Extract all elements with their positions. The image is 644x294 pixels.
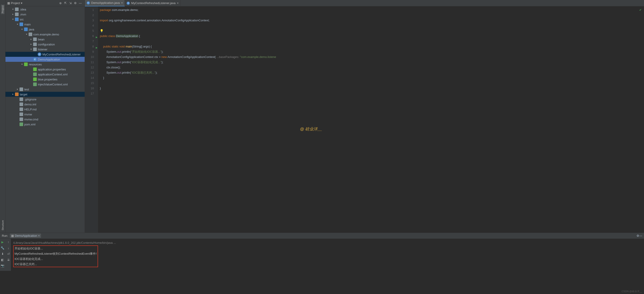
code-editor[interactable]: 12345▶67▶891011121314151617 package com.…: [85, 6, 644, 233]
tree-item[interactable]: test: [6, 87, 85, 92]
tree-item[interactable]: listener: [6, 47, 85, 52]
tree-item[interactable]: bean: [6, 37, 85, 42]
close-icon[interactable]: ×: [121, 1, 123, 5]
gear-icon[interactable]: ⚙: [74, 1, 77, 5]
tree-item[interactable]: resources: [6, 62, 85, 67]
run-header: Run: ▦ DemoApplication × ⚙ —: [0, 233, 644, 239]
tree-item[interactable]: .gitignore: [6, 97, 85, 102]
tree-item[interactable]: configuration: [6, 42, 85, 47]
wrap-icon[interactable]: ⏎: [6, 251, 11, 256]
tree-item[interactable]: main: [6, 22, 85, 27]
hide-icon[interactable]: —: [639, 234, 642, 237]
project-toolwindow-tab[interactable]: Project: [1, 5, 4, 14]
sidebar-title[interactable]: ▦ Project ▾: [7, 1, 22, 5]
down-icon[interactable]: ⬇: [0, 251, 5, 256]
scroll-icon[interactable]: ⇊: [6, 257, 11, 262]
console-output[interactable]: /Library/Java/JavaVirtualMachines/jdk1.8…: [11, 239, 644, 271]
editor-tab[interactable]: CDemoApplication.java×: [85, 0, 125, 6]
tree-item[interactable]: injectValueContext.xml: [6, 82, 85, 87]
expand-icon[interactable]: ⇱: [64, 1, 67, 5]
console-highlight-box: 开始初始化IOC容器...MyContextRefreshedListener收…: [13, 245, 98, 267]
tree-item[interactable]: src: [6, 17, 85, 22]
left-tool-strip: Project Structure: [0, 0, 6, 233]
sidebar-header: ▦ Project ▾ ⊕ ⇱ ⇲ ⚙ —: [6, 0, 85, 6]
editor-tabs: CDemoApplication.java×CMyContextRefreshe…: [85, 0, 644, 6]
watermark: @ 砖业洋__: [300, 126, 322, 132]
project-tree[interactable]: .idea.mvnsrcmainjavacom.example.demobean…: [6, 6, 85, 233]
run-config[interactable]: ▦ DemoApplication ×: [10, 233, 41, 238]
editor-area: CDemoApplication.java×CMyContextRefreshe…: [85, 0, 644, 233]
tree-item[interactable]: java: [6, 27, 85, 32]
wrench-icon[interactable]: 🔧: [0, 246, 5, 250]
close-icon[interactable]: ×: [38, 234, 40, 237]
tree-item[interactable]: blue.properties: [6, 77, 85, 82]
camera-icon[interactable]: 📷: [0, 263, 5, 268]
tree-item[interactable]: pom.xml: [6, 122, 85, 127]
locate-icon[interactable]: ⊕: [58, 1, 62, 5]
tree-item[interactable]: mvnw.cmd: [6, 117, 85, 122]
tree-item[interactable]: .mvn: [6, 12, 85, 17]
gutter[interactable]: 12345▶67▶891011121314151617: [85, 6, 98, 233]
tree-item[interactable]: target: [6, 92, 85, 97]
editor-tab[interactable]: CMyContextRefreshedListener.java×: [125, 0, 181, 6]
console-command: /Library/Java/JavaVirtualMachines/jdk1.8…: [13, 240, 642, 245]
inspection-ok-icon[interactable]: ✔: [639, 8, 642, 12]
tree-item[interactable]: .idea: [6, 7, 85, 12]
project-icon: ▦: [7, 1, 10, 5]
tree-item[interactable]: com.example.demo: [6, 32, 85, 37]
rerun-button[interactable]: ▶: [0, 240, 5, 244]
tree-item[interactable]: application.properties: [6, 67, 85, 72]
up-icon[interactable]: ↑: [6, 240, 11, 244]
tree-item[interactable]: CDemoApplication: [6, 57, 85, 62]
watermark-footer: CSDN @砖业洋__: [622, 290, 642, 293]
run-panel: Run: ▦ DemoApplication × ⚙ — ▶ 🔧 ⬇ ◧ 📷 ↑…: [0, 233, 644, 271]
tree-item[interactable]: CMyContextRefreshedListener: [6, 52, 85, 57]
code-content[interactable]: package com.example.demo;import org.spri…: [98, 6, 644, 233]
tree-item[interactable]: mvnw: [6, 112, 85, 117]
tree-item[interactable]: demo.iml: [6, 102, 85, 107]
chevron-down-icon: ▾: [21, 1, 22, 5]
close-icon[interactable]: ×: [177, 1, 178, 5]
tree-item[interactable]: applicationContext.xml: [6, 72, 85, 77]
tree-item[interactable]: HELP.md: [6, 107, 85, 112]
project-sidebar: ▦ Project ▾ ⊕ ⇱ ⇲ ⚙ — .idea.mvnsrcmainja…: [6, 0, 85, 233]
stop-button[interactable]: ◧: [0, 257, 5, 262]
structure-toolwindow-tab[interactable]: Structure: [1, 220, 4, 230]
run-title: Run:: [2, 234, 8, 237]
gear-icon[interactable]: ⚙: [636, 234, 639, 237]
run-toolbar: ▶ 🔧 ⬇ ◧ 📷 ↑ ↓ ⏎ ⇊: [0, 239, 11, 271]
hide-icon[interactable]: —: [78, 1, 82, 5]
collapse-icon[interactable]: ⇲: [68, 1, 72, 5]
down2-icon[interactable]: ↓: [6, 246, 11, 250]
